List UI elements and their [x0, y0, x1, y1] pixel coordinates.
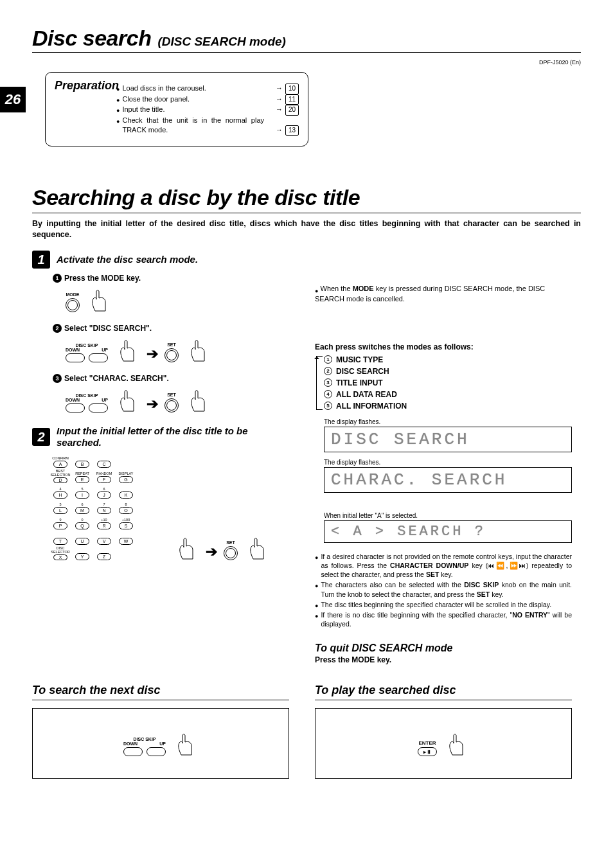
up-label: UP: [159, 741, 166, 746]
page-number-tab: 26: [0, 87, 26, 112]
mode-item: 3TITLE INPUT: [324, 377, 572, 389]
button-label: ENTER: [418, 740, 436, 746]
play-pause-icon: ▸⏸: [418, 747, 437, 756]
up-button-icon: [147, 747, 166, 756]
divider: [32, 213, 581, 213]
step-2-header: 2 Input the initial letter of the disc t…: [32, 425, 289, 448]
substep: 1 Press the MODE key. MODE: [53, 274, 289, 312]
mode-cycle-block: Each press switches the modes as follows…: [315, 342, 572, 493]
prep-item: ●Close the door panel. →11: [116, 94, 299, 105]
keypad-key: Y: [73, 547, 91, 560]
keypad-art: CONFIRMABCBEST SELECTIONDREPEATERANDOMFD…: [51, 455, 289, 560]
step-label: Activate the disc search mode.: [57, 254, 198, 265]
button-label: SET: [167, 393, 176, 397]
tip-text: If there is no disc title beginning with…: [321, 610, 572, 628]
round-button-icon: [224, 546, 238, 560]
tip-text: If a desired character is not provided o…: [321, 552, 572, 580]
page-ref: 10: [285, 84, 299, 94]
keypad-key: DISPLAYG: [117, 470, 135, 483]
substep: 2 Select "DISC SEARCH". DISC SKIP DOWNUP…: [53, 324, 289, 362]
down-button-icon: [66, 353, 85, 362]
step-badge: 2: [32, 428, 50, 446]
page-ref: 20: [285, 105, 299, 116]
keypad-key: U: [73, 532, 91, 545]
round-button-icon: [164, 398, 179, 412]
section-title: Searching a disc by the disc title: [32, 185, 581, 210]
arrow-icon: →: [276, 125, 283, 136]
step-badge: 1: [32, 251, 50, 269]
substep-number: 3: [53, 374, 62, 383]
page-title: Disc search: [32, 26, 151, 51]
mode-cancel-note: ● When the MODE key is pressed during DI…: [315, 284, 572, 304]
keypad-key: 5L: [51, 501, 69, 514]
keypad-key: REPEATE: [73, 470, 91, 483]
divider: [32, 700, 289, 700]
illustration-box: ENTER ▸⏸: [315, 708, 572, 779]
substep-text: Select "CHARAC. SEARCH".: [64, 374, 169, 383]
quit-title: To quit DISC SEARCH mode: [315, 642, 572, 654]
illustration-box: DISC SKIP DOWNUP: [32, 708, 289, 779]
prep-text: Close the door panel.: [122, 94, 190, 105]
keypad-key: W: [117, 532, 135, 545]
hand-press-icon: [114, 387, 140, 412]
arrow-right-icon: ➔: [147, 346, 158, 362]
preparation-box: Preparation ●Load discs in the carousel.…: [45, 72, 308, 146]
set-button-art: SET: [164, 342, 179, 362]
quit-body: Press the MODE key.: [315, 655, 572, 664]
keypad-key: BEST SELECTIOND: [51, 470, 69, 483]
hand-press-icon: [185, 337, 211, 362]
page-ref: 13: [285, 125, 299, 136]
keypad-key: 9P: [51, 517, 69, 529]
keypad-key: DISC SELECTORX: [51, 547, 69, 560]
down-button-icon: [123, 747, 143, 756]
set-button-art: SET: [224, 540, 238, 560]
arrow-right-icon: ➔: [206, 544, 217, 560]
arrow-right-icon: ➔: [147, 396, 158, 412]
initial-letter-label: When initial letter "A" is selected.: [324, 512, 572, 519]
lcd-display: DISC SEARCH: [324, 427, 572, 452]
keypad-key: 5I: [73, 486, 91, 499]
prep-text: Input the title.: [122, 105, 164, 115]
substep-number: 1: [53, 274, 62, 283]
lcd-display: < A > SEARCH ?: [324, 520, 572, 543]
substep: 3 Select "CHARAC. SEARCH". DISC SKIP DOW…: [53, 374, 289, 412]
bottom-row: To search the next disc DISC SKIP DOWNUP: [32, 684, 581, 779]
tip-text: The characters also can be selected with…: [321, 580, 572, 598]
keypad-key: RANDOMF: [95, 470, 113, 483]
header: Disc search (DISC SEARCH mode) DPF-J5020…: [32, 26, 581, 66]
step-label: Input the initial letter of the disc tit…: [57, 425, 262, 448]
prep-text: Check that the unit is in the normal pla…: [122, 116, 264, 136]
hand-press-icon: [114, 337, 140, 362]
page-title-mode: (DISC SEARCH mode): [157, 35, 286, 49]
left-column: 1 Activate the disc search mode. 1 Press…: [32, 251, 289, 664]
keypad-key: [117, 547, 135, 560]
tip-text: The disc titles beginning the specified …: [321, 600, 551, 609]
keypad-key: [117, 455, 135, 468]
up-label: UP: [102, 348, 108, 352]
button-label: SET: [167, 342, 176, 347]
block-title: To play the searched disc: [315, 684, 572, 697]
search-next-block: To search the next disc DISC SKIP DOWNUP: [32, 684, 289, 779]
divider: [315, 700, 572, 700]
keypad-key: V: [95, 532, 113, 545]
flash-label: The display flashes.: [324, 418, 572, 425]
hand-press-icon: [172, 731, 198, 756]
keypad-key: 8O: [117, 501, 135, 514]
set-button-art: SET: [164, 393, 179, 412]
prep-item: ●Input the title. →20: [116, 105, 299, 116]
keypad-key: Z: [95, 547, 113, 560]
group-label: DISC SKIP: [75, 393, 98, 398]
block-title: To search the next disc: [32, 684, 289, 697]
down-label: DOWN: [123, 741, 138, 746]
keypad-key: T: [51, 532, 69, 545]
hand-press-icon: [443, 731, 469, 756]
keypad-key: K: [117, 486, 135, 499]
substep-text: Press the MODE key.: [64, 274, 141, 283]
mode-button-art: MODE: [66, 292, 80, 312]
hand-press-icon: [244, 535, 270, 560]
keypad-key: B: [73, 455, 91, 468]
up-button-icon: [89, 353, 108, 362]
arrow-icon: →: [276, 84, 283, 94]
hand-press-icon: [173, 535, 199, 560]
prep-text: Load discs in the carousel.: [122, 84, 206, 94]
